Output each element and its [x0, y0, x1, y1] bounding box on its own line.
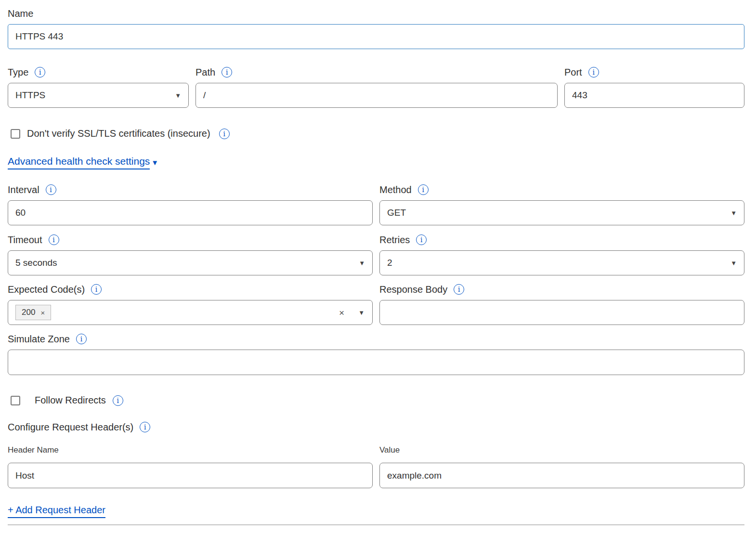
- header-value-input[interactable]: [379, 463, 744, 488]
- path-label: Path: [196, 67, 215, 78]
- retries-select[interactable]: 2 ▼: [379, 250, 744, 275]
- header-name-input[interactable]: [8, 463, 373, 488]
- type-label: Type: [8, 67, 28, 78]
- method-label-row: Method i: [379, 184, 744, 195]
- header-name-label: Header Name: [8, 445, 373, 455]
- type-label-row: Type i: [8, 66, 189, 78]
- interval-info-icon[interactable]: i: [46, 184, 56, 195]
- request-headers-section-label: Configure Request Header(s): [8, 422, 133, 433]
- chevron-down-icon[interactable]: ▼: [358, 309, 365, 316]
- interval-label: Interval: [8, 184, 39, 195]
- timeout-label-row: Timeout i: [8, 234, 373, 246]
- ssl-checkbox-row: Don't verify SSL/TLS certificates (insec…: [8, 128, 744, 139]
- retries-info-icon[interactable]: i: [416, 234, 427, 245]
- health-check-form: Name Type i Path i Port i HTTPS ▼ Don't …: [8, 8, 744, 525]
- port-label-row: Port i: [564, 66, 744, 78]
- advanced-settings-link-label: Advanced health check settings: [8, 156, 150, 169]
- dont-verify-ssl-checkbox[interactable]: [11, 129, 20, 139]
- request-header-row: [8, 463, 744, 488]
- name-input[interactable]: [8, 24, 744, 49]
- request-headers-section-row: Configure Request Header(s) i: [8, 421, 744, 433]
- expected-code-tag-value: 200: [22, 308, 35, 317]
- type-select-value: HTTPS: [15, 90, 45, 101]
- simulate-zone-label: Simulate Zone: [8, 334, 70, 345]
- path-info-icon[interactable]: i: [222, 67, 232, 78]
- timeout-info-icon[interactable]: i: [49, 234, 59, 245]
- port-label: Port: [564, 67, 582, 78]
- header-value-label: Value: [379, 445, 744, 455]
- method-select-value: GET: [387, 208, 406, 218]
- add-request-header-link[interactable]: + Add Request Header: [8, 505, 105, 518]
- chevron-down-icon: ▼: [730, 209, 737, 217]
- response-body-label-row: Response Body i: [379, 284, 744, 295]
- type-info-icon[interactable]: i: [35, 67, 45, 78]
- port-info-icon[interactable]: i: [588, 67, 599, 78]
- section-divider: [8, 524, 744, 525]
- follow-redirects-checkbox[interactable]: [11, 396, 20, 405]
- timeout-select[interactable]: 5 seconds ▼: [8, 250, 373, 275]
- path-input[interactable]: [196, 83, 558, 108]
- chevron-down-icon: ▼: [359, 260, 365, 267]
- path-label-row: Path i: [196, 66, 558, 78]
- expected-codes-label-row: Expected Code(s) i: [8, 284, 373, 295]
- method-label: Method: [379, 184, 412, 195]
- name-label: Name: [8, 8, 33, 19]
- interval-input[interactable]: [8, 200, 373, 225]
- type-select[interactable]: HTTPS ▼: [8, 83, 189, 108]
- expected-code-tag: 200 ×: [15, 305, 51, 320]
- response-body-info-icon[interactable]: i: [454, 284, 464, 295]
- dont-verify-ssl-label: Don't verify SSL/TLS certificates (insec…: [27, 128, 210, 139]
- method-select[interactable]: GET ▼: [379, 200, 744, 225]
- interval-label-row: Interval i: [8, 184, 373, 195]
- request-headers-info-icon[interactable]: i: [140, 422, 150, 432]
- simulate-zone-info-icon[interactable]: i: [76, 334, 87, 344]
- chevron-down-icon: ▼: [151, 158, 158, 167]
- method-info-icon[interactable]: i: [418, 184, 429, 195]
- follow-redirects-info-icon[interactable]: i: [113, 395, 123, 406]
- timeout-select-value: 5 seconds: [15, 258, 57, 268]
- simulate-zone-input[interactable]: [8, 350, 744, 375]
- retries-label-row: Retries i: [379, 234, 744, 246]
- simulate-zone-label-row: Simulate Zone i: [8, 333, 744, 345]
- expected-codes-info-icon[interactable]: i: [91, 284, 102, 295]
- response-body-input[interactable]: [379, 300, 744, 325]
- follow-redirects-row: Follow Redirects i: [8, 395, 744, 406]
- follow-redirects-label: Follow Redirects: [35, 395, 106, 406]
- expected-codes-multiselect[interactable]: 200 × × ▼: [8, 300, 373, 325]
- ssl-info-icon[interactable]: i: [219, 129, 230, 139]
- name-label-row: Name: [8, 8, 744, 19]
- chevron-down-icon: ▼: [730, 260, 737, 267]
- clear-all-icon[interactable]: ×: [339, 308, 344, 317]
- timeout-label: Timeout: [8, 234, 42, 246]
- response-body-label: Response Body: [379, 284, 447, 295]
- chevron-down-icon: ▼: [175, 92, 181, 99]
- port-input[interactable]: [564, 83, 744, 108]
- advanced-settings-link[interactable]: Advanced health check settings ▼: [8, 156, 158, 169]
- retries-label: Retries: [379, 234, 410, 246]
- remove-tag-icon[interactable]: ×: [40, 309, 45, 317]
- retries-select-value: 2: [387, 258, 392, 268]
- expected-codes-label: Expected Code(s): [8, 284, 85, 295]
